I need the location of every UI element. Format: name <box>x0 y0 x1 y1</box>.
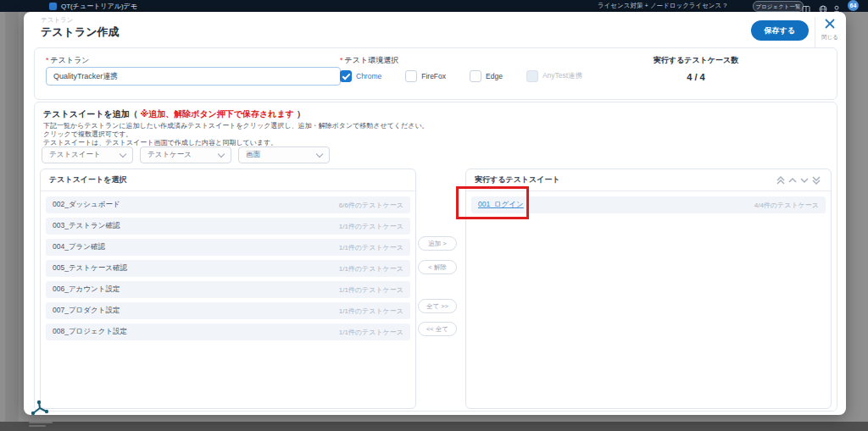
list-item[interactable]: 005_テストケース確認1/1件のテストケース <box>46 260 410 277</box>
project-list-button[interactable]: プロジェクト一覧 <box>753 1 804 12</box>
target-panel-header: 実行するテストスイート <box>466 169 831 191</box>
list-item[interactable]: 006_アカウント設定1/1件のテストケース <box>46 281 410 298</box>
move-down-icon[interactable] <box>798 175 810 185</box>
testrun-form-card: *テストラン *テスト環境選択 Chrome FireFox Edge AnyT… <box>34 47 837 100</box>
chevron-down-icon <box>218 150 225 157</box>
page-bottom-strip <box>0 422 868 431</box>
list-item[interactable]: 003_テストラン確認1/1件のテストケース <box>46 218 410 235</box>
add-button[interactable]: 追加 > <box>418 236 457 251</box>
app-logo <box>49 3 57 10</box>
list-item[interactable]: 001_ログイン 4/4件のテストケース <box>471 196 826 213</box>
save-warning-text: ※追加、解除ボタン押下で保存されます <box>140 109 294 119</box>
source-panel-header: テストスイートを選択 <box>41 169 415 191</box>
chevron-down-icon <box>316 150 323 157</box>
checkbox-unchecked-icon <box>470 70 481 82</box>
list-item[interactable]: 008_プロジェクト設定1/1件のテストケース <box>46 323 410 340</box>
close-button[interactable]: 閉じる <box>817 18 843 41</box>
filter-test-suite[interactable]: テストスイート <box>42 146 133 163</box>
move-up-icon[interactable] <box>787 175 798 185</box>
testrun-name-input[interactable] <box>46 67 341 86</box>
case-count-label: 実行するテストケース数 <box>611 55 781 66</box>
add-all-button[interactable]: 全て >> <box>418 299 457 313</box>
suite-section-card: テストスイートを追加（ ※追加、解除ボタン押下で保存されます ） 下記一覧からテ… <box>34 102 837 412</box>
app-title: QT(チュートリアル)デモ <box>61 2 137 11</box>
suite-link[interactable]: 001_ログイン <box>478 200 524 210</box>
suite-section-heading: テストスイートを追加（ ※追加、解除ボタン押下で保存されます ） <box>43 108 305 120</box>
chevron-down-icon <box>120 150 126 157</box>
case-count-block: 実行するテストケース数 4 / 4 <box>611 55 781 82</box>
modal-eyebrow: テストラン <box>41 16 73 25</box>
env-select-label: *テスト環境選択 <box>340 55 398 66</box>
checkbox-checked-icon <box>340 70 352 82</box>
footer-brand-logo <box>29 400 54 427</box>
list-item[interactable]: 004_プラン確認1/1件のテストケース <box>46 239 410 256</box>
dimmed-sidebar <box>5 12 19 422</box>
manual-icon[interactable] <box>802 2 810 10</box>
suite-source-panel: テストスイートを選択 002_ダッシュボード6/6件のテストケース 003_テス… <box>40 169 416 409</box>
suite-target-panel: 実行するテストスイート 001_ログイン 4/4件のテストケース <box>465 169 832 409</box>
notification-badge[interactable]: 64 <box>848 0 859 11</box>
modal-title: テストラン作成 <box>41 25 120 40</box>
env-checkbox-group: Chrome FireFox Edge AnyTest連携 <box>340 70 606 82</box>
list-item[interactable]: 007_プロダクト設定1/1件のテストケース <box>46 302 410 319</box>
filter-row: テストスイート テストケース 画面 <box>42 146 330 163</box>
list-item[interactable]: 002_ダッシュボード6/6件のテストケース <box>46 196 410 213</box>
checkbox-unchecked-icon <box>405 70 417 82</box>
checkbox-anytest[interactable]: AnyTest連携 <box>526 70 582 82</box>
close-label: 閉じる <box>817 34 843 41</box>
create-testrun-modal: テストラン テストラン作成 保存する 閉じる *テストラン *テスト環境選択 C… <box>24 12 846 415</box>
case-count-value: 4 / 4 <box>611 72 781 82</box>
move-bottom-icon[interactable] <box>810 175 822 185</box>
remove-button[interactable]: < 解除 <box>418 260 457 274</box>
remove-all-button[interactable]: << 全て <box>418 322 457 336</box>
header-divider <box>815 17 815 51</box>
checkbox-disabled-icon <box>526 70 538 82</box>
app-header-bar: QT(チュートリアル)デモ ライセンス対策 + ノードロックライセンス ? プロ… <box>0 0 868 12</box>
checkbox-edge[interactable]: Edge <box>470 70 503 82</box>
user-icon[interactable] <box>832 2 841 10</box>
checkbox-chrome[interactable]: Chrome <box>340 70 381 82</box>
checkbox-firefox[interactable]: FireFox <box>405 70 446 82</box>
license-status-text: ライセンス対策 + ノードロックライセンス ? <box>598 2 726 10</box>
close-icon <box>824 18 836 32</box>
save-button[interactable]: 保存する <box>751 20 809 41</box>
language-globe-icon[interactable] <box>819 2 827 10</box>
required-asterisk: * <box>46 56 49 64</box>
required-asterisk: * <box>340 56 343 64</box>
source-panel-list: 002_ダッシュボード6/6件のテストケース 003_テストラン確認1/1件のテ… <box>41 191 415 350</box>
filter-test-case[interactable]: テストケース <box>140 146 231 163</box>
testrun-name-label: *テストラン <box>46 55 90 66</box>
filter-screen[interactable]: 画面 <box>238 146 330 163</box>
target-panel-list: 001_ログイン 4/4件のテストケース <box>466 191 831 223</box>
move-top-icon[interactable] <box>775 175 787 185</box>
